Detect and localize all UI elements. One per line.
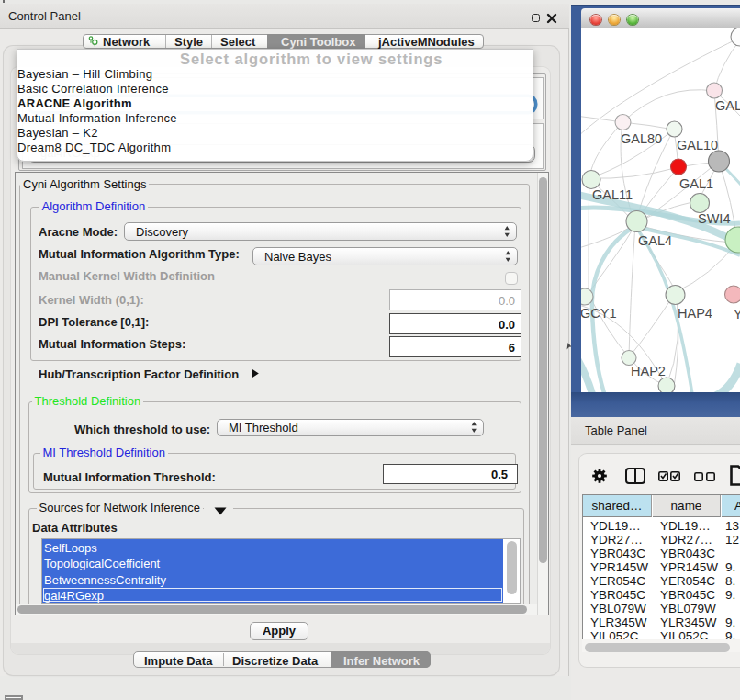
svg-text:GAL4: GAL4: [638, 233, 672, 248]
svg-text:GAL: GAL: [715, 98, 740, 113]
svg-text:GCY1: GCY1: [581, 306, 617, 321]
svg-text:Y: Y: [734, 307, 740, 322]
svg-text:HAP2: HAP2: [631, 364, 666, 378]
svg-text:SWI4: SWI4: [698, 211, 730, 226]
svg-text:GAL1: GAL1: [679, 176, 713, 191]
svg-text:HAP4: HAP4: [678, 306, 712, 321]
svg-text:GAL10: GAL10: [677, 138, 718, 152]
svg-text:GAL80: GAL80: [621, 131, 662, 146]
svg-text:GAL11: GAL11: [592, 187, 633, 202]
